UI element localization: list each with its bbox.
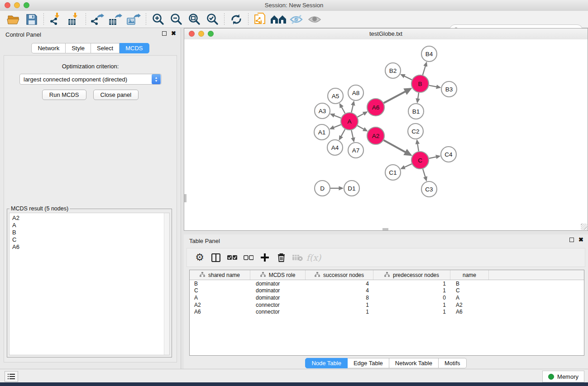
graph-edge-A-A5[interactable]: [340, 104, 345, 114]
column-header-name[interactable]: name: [450, 270, 489, 280]
network-canvas[interactable]: B4B2BB3A5A8A6B1A3AA1C2A2A4A7C4CC1C3DD1: [184, 39, 588, 230]
zoom-out-button[interactable]: [167, 12, 185, 27]
zoom-fit-button[interactable]: [185, 12, 203, 27]
mcds-result-list[interactable]: A2ABCA6: [9, 213, 170, 355]
cell-predecessor-nodes: 1: [373, 281, 450, 287]
scrollbar-track[interactable]: [164, 213, 169, 355]
graph-edge-A-A8[interactable]: [351, 102, 354, 113]
table-settings-button[interactable]: ⚙: [191, 250, 208, 265]
network-from-file-button[interactable]: [251, 12, 269, 27]
zoom-in-button[interactable]: [149, 12, 167, 27]
graph-edge-A-A2[interactable]: [358, 126, 367, 131]
graph-node-label-A: A: [347, 118, 351, 125]
column-type-icon: [260, 272, 266, 278]
graph-node-label-A3: A3: [319, 108, 326, 114]
close-panel-icon[interactable]: ✖: [171, 31, 176, 36]
graph-edge-C-C2[interactable]: [417, 140, 419, 151]
column-header-predecessor-nodes[interactable]: predecessor nodes: [373, 270, 450, 280]
open-file-button[interactable]: [5, 12, 23, 27]
close-table-panel-icon[interactable]: ✖: [578, 238, 583, 242]
cell-mcds-role: connector: [250, 309, 306, 315]
graph-edge-C-C4[interactable]: [429, 156, 440, 158]
save-session-button[interactable]: [23, 12, 41, 27]
zoom-selected-button[interactable]: [203, 12, 221, 27]
vertical-scrollbar-thumb[interactable]: [184, 194, 186, 202]
table-tab-network-table[interactable]: Network Table: [389, 358, 439, 368]
hide-selected-button[interactable]: [287, 12, 306, 27]
float-panel-icon[interactable]: [162, 31, 167, 36]
graph-edge-B-B2[interactable]: [401, 75, 412, 80]
mcds-result-item[interactable]: C: [10, 236, 169, 243]
graph-edge-A-A3[interactable]: [331, 114, 341, 118]
criterion-dropdown[interactable]: largest connected component (directed) ▲…: [19, 74, 162, 85]
table-row[interactable]: A6connector11A6: [190, 308, 584, 315]
table-row[interactable]: A2connector11A2: [190, 301, 584, 309]
mcds-result-item[interactable]: B: [10, 229, 169, 236]
run-mcds-button[interactable]: Run MCDS: [42, 90, 86, 100]
save-session-icon: [25, 13, 38, 26]
graph-edge-B-B4[interactable]: [423, 63, 426, 75]
horizontal-scrollbar-thumb[interactable]: [382, 228, 388, 230]
tab-mcds[interactable]: MCDS: [120, 43, 149, 53]
column-label: MCDS role: [269, 272, 296, 278]
toolbar-separator: [86, 13, 86, 26]
column-header-successor-nodes[interactable]: successor nodes: [306, 270, 373, 280]
mcds-result-item[interactable]: A6: [10, 243, 169, 251]
toolbar-separator: [146, 13, 146, 26]
show-all-button[interactable]: [306, 12, 324, 27]
graph-edge-C-C3[interactable]: [423, 169, 426, 180]
table-row[interactable]: Bdominator41B: [190, 280, 584, 287]
mcds-result-item[interactable]: A: [10, 222, 169, 229]
resize-grip[interactable]: [581, 224, 587, 230]
table-row[interactable]: Cdominator41C: [190, 287, 584, 295]
column-manager-button[interactable]: [208, 250, 224, 265]
tab-select[interactable]: Select: [91, 43, 120, 53]
table-tab-motifs[interactable]: Motifs: [439, 358, 467, 368]
column-header-shared-name[interactable]: shared name: [190, 270, 250, 280]
column-type-icon: [200, 272, 205, 278]
graph-node-label-B: B: [418, 81, 422, 87]
cell-shared-name: B: [190, 281, 250, 287]
select-all-rows-button[interactable]: [224, 250, 240, 265]
graph-node-label-B2: B2: [389, 67, 397, 74]
graph-edge-A-A6[interactable]: [358, 112, 367, 117]
close-panel-button[interactable]: Close panel: [93, 90, 139, 100]
export-image-button[interactable]: [125, 12, 143, 27]
import-network-button[interactable]: [47, 12, 65, 27]
column-label: shared name: [208, 272, 240, 278]
task-history-button[interactable]: [5, 371, 18, 382]
graph-edge-B-B1[interactable]: [417, 93, 419, 102]
tab-style[interactable]: Style: [66, 43, 91, 53]
delete-column-button[interactable]: [273, 250, 289, 265]
mcds-result-item[interactable]: A2: [10, 214, 169, 222]
graph-node-label-A6: A6: [372, 104, 380, 111]
open-file-icon: [7, 13, 20, 26]
graph-edge-A-A7[interactable]: [351, 130, 354, 142]
import-table-button[interactable]: [65, 12, 83, 27]
export-network-button[interactable]: [89, 12, 107, 27]
add-column-button[interactable]: [257, 250, 273, 265]
network-window-titlebar[interactable]: testGlobe.txt: [184, 29, 588, 40]
toolbar-separator: [224, 13, 225, 26]
tab-network[interactable]: Network: [31, 43, 66, 53]
toolbar-separator: [248, 13, 249, 26]
graph-edge-A6-B[interactable]: [384, 89, 411, 103]
column-header-mcds-role[interactable]: MCDS role: [250, 270, 306, 280]
graph-edge-A2-C[interactable]: [384, 140, 411, 155]
table-row[interactable]: Adominator80A: [190, 294, 584, 301]
home-button[interactable]: [269, 12, 287, 27]
table-tab-node-table[interactable]: Node Table: [305, 358, 348, 368]
graph-edge-A-A4[interactable]: [339, 129, 345, 140]
cell-name: A2: [450, 302, 489, 308]
deselect-all-rows-button[interactable]: [240, 250, 257, 265]
export-table-button[interactable]: [107, 12, 125, 27]
refresh-view-button[interactable]: [227, 12, 245, 27]
graph-edge-C-C1[interactable]: [402, 164, 412, 168]
graph-edge-B-B3[interactable]: [429, 86, 440, 88]
node-table[interactable]: shared nameMCDS rolesuccessor nodesprede…: [189, 270, 584, 356]
refresh-view-icon: [229, 13, 243, 26]
graph-edge-A-A1[interactable]: [330, 124, 341, 129]
table-tab-edge-table[interactable]: Edge Table: [348, 358, 389, 368]
memory-button[interactable]: Memory: [542, 371, 584, 382]
float-table-panel-icon[interactable]: [569, 238, 574, 242]
